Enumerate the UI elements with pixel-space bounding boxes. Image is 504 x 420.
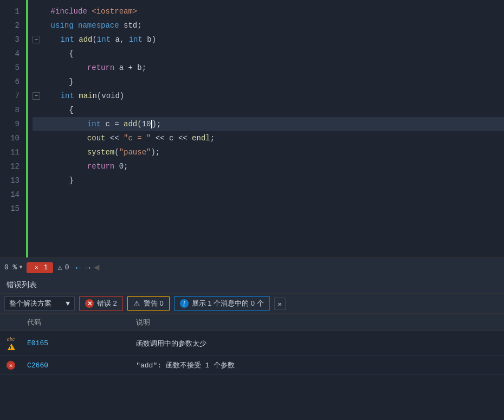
more-options-button[interactable]: » [274, 298, 286, 310]
token-fn: endl [192, 134, 210, 143]
warnings-filter-button[interactable]: ⚠ 警告 0 [127, 296, 170, 311]
code-line[interactable]: { [33, 47, 504, 61]
code-lines[interactable]: #include <iostream> using namespace std;… [28, 0, 504, 257]
token-plain: b) [143, 35, 156, 44]
token-plain: a + b; [114, 63, 146, 72]
token-plain: (void) [97, 92, 124, 100]
token-kw2: return [87, 162, 114, 171]
token-kw: namespace [78, 21, 119, 30]
code-line[interactable]: } [33, 173, 504, 188]
zoom-level[interactable]: 0 % ▼ [4, 263, 22, 272]
warnings-filter-label: 警告 0 [144, 299, 164, 308]
token-plain [33, 134, 87, 143]
code-line[interactable]: { [33, 103, 504, 117]
errors-filter-button[interactable]: ✕ 错误 2 [79, 296, 123, 311]
token-kw: using [51, 21, 74, 30]
token-fn: main [79, 92, 97, 100]
token-plain: } [33, 176, 74, 185]
code-line[interactable]: } [33, 75, 504, 89]
token-kw: int [87, 120, 101, 128]
token-fn: add [124, 120, 137, 128]
code-line[interactable]: return 0; [33, 159, 504, 173]
token-plain [87, 7, 92, 16]
code-line[interactable]: return a + b; [33, 61, 504, 75]
messages-filter-button[interactable]: i 展示 1 个消息中的 0 个 [174, 296, 270, 311]
scope-dropdown[interactable]: 整个解决方案 ▼ [4, 296, 75, 311]
row-description-cell: 函数调用中的参数太少 [131, 331, 504, 356]
token-inc: #include [51, 7, 87, 16]
token-plain: } [33, 77, 74, 86]
token-kw: int [61, 35, 74, 44]
editor-area: 123456789101112131415 #include <iostream… [0, 0, 504, 257]
error-row-icon: ✕ [7, 361, 15, 370]
token-fn: cout [87, 134, 106, 143]
token-plain: std; [119, 21, 142, 30]
col-icon-header [0, 314, 22, 331]
token-plain: { [33, 106, 74, 114]
error-panel-title: 错误列表 [0, 277, 504, 294]
col-description-header[interactable]: 说明 [131, 314, 504, 331]
nav-forward-arrow[interactable]: → [85, 262, 91, 273]
messages-filter-label: 展示 1 个消息中的 0 个 [192, 299, 264, 308]
token-plain: (10 [137, 120, 151, 128]
col-code-header[interactable]: 代码 [22, 314, 131, 331]
token-kw: int [129, 35, 143, 44]
code-line[interactable]: using namespace std; [33, 18, 504, 33]
token-plain [33, 21, 51, 30]
navigation-arrows: ← → ◄ [75, 262, 99, 273]
code-line[interactable]: − int add(int a, int b) [33, 33, 504, 47]
zoom-dropdown-arrow[interactable]: ▼ [19, 264, 22, 270]
token-str: "pause" [119, 148, 151, 157]
errors-filter-label: 错误 2 [97, 299, 117, 308]
error-table: 代码 说明 abc!E0165函数调用中的参数太少✕C2660"add": 函数… [0, 314, 504, 375]
token-plain: ); [152, 120, 161, 128]
fold-button[interactable]: − [33, 92, 40, 100]
info-filter-icon: i [180, 299, 189, 308]
token-plain [74, 92, 79, 100]
token-plain: ( [114, 148, 119, 157]
line-numbers: 123456789101112131415 [0, 0, 26, 257]
status-bar: 0 % ▼ ✕ 1 ⚠ 0 ← → ◄ [0, 257, 504, 277]
token-plain: ); [151, 148, 160, 157]
nav-prev-icon[interactable]: ◄ [94, 262, 100, 273]
token-plain: c = [101, 120, 124, 128]
row-icon-cell: abc! [0, 331, 22, 356]
table-row[interactable]: abc!E0165函数调用中的参数太少 [0, 331, 504, 356]
token-fn: system [87, 148, 114, 157]
code-line[interactable]: int c = add(10); [33, 117, 504, 131]
row-code-cell: C2660 [22, 356, 131, 375]
error-panel: 代码 说明 abc!E0165函数调用中的参数太少✕C2660"add": 函数… [0, 314, 504, 375]
token-plain [42, 35, 61, 44]
code-line[interactable]: #include <iostream> [33, 4, 504, 18]
error-count: 1 [43, 263, 48, 272]
code-line[interactable]: cout << "c = " << c << endl; [33, 131, 504, 145]
error-filter-icon: ✕ [85, 299, 94, 308]
code-line[interactable]: − int main(void) [33, 89, 504, 103]
token-plain [33, 162, 87, 171]
token-plain [33, 63, 87, 72]
warning-count-badge[interactable]: ⚠ 0 [57, 263, 69, 272]
warning-count: 0 [65, 263, 69, 272]
token-str: "c = " [124, 134, 151, 143]
token-kw2: return [87, 63, 114, 72]
error-panel-title-text: 错误列表 [7, 281, 37, 289]
scope-label: 整个解决方案 [9, 299, 51, 308]
token-plain: a, [111, 35, 129, 44]
table-row[interactable]: ✕C2660"add": 函数不接受 1 个参数 [0, 356, 504, 375]
error-count-badge[interactable]: ✕ 1 [27, 262, 53, 273]
nav-back-arrow[interactable]: ← [75, 262, 81, 273]
row-icon-cell: ✕ [0, 356, 22, 375]
zoom-value: 0 % [4, 263, 17, 272]
code-line[interactable]: system("pause"); [33, 145, 504, 159]
token-kw: int [97, 35, 111, 44]
token-plain: { [33, 49, 74, 58]
token-fn: add [79, 35, 92, 44]
token-plain: ; [210, 134, 215, 143]
token-plain: << c << [151, 134, 192, 143]
fold-button[interactable]: − [33, 36, 40, 43]
token-plain [42, 92, 61, 100]
table-header-row: 代码 说明 [0, 314, 504, 331]
scope-dropdown-arrow: ▼ [66, 300, 70, 308]
token-plain [33, 148, 87, 157]
error-circle-icon: ✕ [32, 263, 41, 272]
